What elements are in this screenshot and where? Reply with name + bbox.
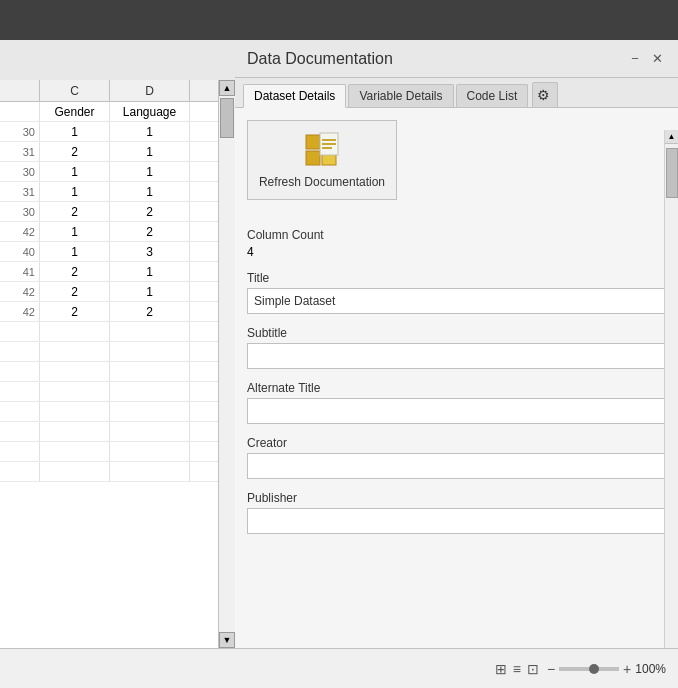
table-row: 42 1 2	[0, 222, 235, 242]
table-row-empty	[0, 402, 235, 422]
cell-row-num: 41	[0, 262, 40, 281]
panel-titlebar: Data Documentation − ✕	[235, 40, 678, 78]
title-field-section: Title	[247, 271, 666, 314]
table-row-empty	[0, 322, 235, 342]
col-name-row-num	[0, 102, 40, 121]
close-button[interactable]: ✕	[648, 50, 666, 68]
spreadsheet-header: C D	[0, 80, 235, 102]
col-d-header: D	[110, 80, 190, 101]
table-row: 31 1 1	[0, 182, 235, 202]
svg-rect-6	[322, 143, 336, 145]
cell-language: 1	[110, 122, 190, 141]
panel-vscrollbar[interactable]: ▲ ▼	[664, 130, 678, 688]
spreadsheet-vscrollbar[interactable]: ▲ ▼	[218, 80, 235, 648]
cell-row-num: 42	[0, 282, 40, 301]
cell-language: 2	[110, 302, 190, 321]
cell-row-num: 30	[0, 122, 40, 141]
cell-row-num: 42	[0, 222, 40, 241]
status-bar: ⊞ ≡ ⊡ − + 100%	[0, 648, 678, 688]
cell-gender: 1	[40, 162, 110, 181]
zoom-slider-thumb[interactable]	[589, 664, 599, 674]
refresh-documentation-icon	[302, 131, 342, 171]
scroll-thumb[interactable]	[220, 98, 234, 138]
cell-language: 1	[110, 282, 190, 301]
cell-gender: 2	[40, 302, 110, 321]
col-language-label: Language	[110, 102, 190, 121]
table-row: 42 2 2	[0, 302, 235, 322]
cell-row-num: 42	[0, 302, 40, 321]
spreadsheet-area: C D Gender Language 30 1 1 31 2 1 30 1	[0, 80, 235, 648]
table-row-empty	[0, 442, 235, 462]
status-icons: ⊞ ≡ ⊡	[495, 661, 539, 677]
column-count-value: 4	[247, 245, 666, 259]
cell-row-num: 30	[0, 162, 40, 181]
creator-input[interactable]	[247, 453, 666, 479]
publisher-input[interactable]	[247, 508, 666, 534]
tab-settings[interactable]: ⚙	[532, 82, 558, 107]
title-field-label: Title	[247, 271, 666, 285]
panel-controls: − ✕	[626, 50, 666, 68]
cell-gender: 2	[40, 142, 110, 161]
zoom-control: − + 100%	[547, 661, 666, 677]
cell-language: 2	[110, 202, 190, 221]
publisher-field-label: Publisher	[247, 491, 666, 505]
cell-row-num: 31	[0, 142, 40, 161]
creator-field-section: Creator	[247, 436, 666, 479]
row-num-col-header	[0, 80, 40, 101]
top-bar	[0, 0, 678, 40]
svg-rect-5	[322, 139, 336, 141]
table-row-empty	[0, 362, 235, 382]
spreadsheet-body: 30 1 1 31 2 1 30 1 1 31 1 1 30 2 2 42 1 …	[0, 122, 235, 482]
cell-row-num: 31	[0, 182, 40, 201]
pin-button[interactable]: −	[626, 50, 644, 68]
svg-rect-7	[322, 147, 332, 149]
panel-scroll-thumb[interactable]	[666, 148, 678, 198]
table-view-icon[interactable]: ≡	[513, 661, 521, 677]
cell-language: 2	[110, 222, 190, 241]
cell-gender: 2	[40, 202, 110, 221]
column-names-row: Gender Language	[0, 102, 235, 122]
scroll-up-arrow[interactable]: ▲	[219, 80, 235, 96]
zoom-plus-button[interactable]: +	[623, 661, 631, 677]
grid-view-icon[interactable]: ⊞	[495, 661, 507, 677]
zoom-slider[interactable]	[559, 667, 619, 671]
panel-title: Data Documentation	[247, 50, 393, 68]
layout-view-icon[interactable]: ⊡	[527, 661, 539, 677]
column-count-section: Column Count 4	[247, 228, 666, 259]
col-gender-label: Gender	[40, 102, 110, 121]
panel-content: Refresh Documentation Column Count 4 Tit…	[235, 108, 678, 666]
scroll-down-arrow[interactable]: ▼	[219, 632, 235, 648]
col-d-header-label: D	[145, 84, 154, 98]
col-c-header-label: C	[70, 84, 79, 98]
cell-gender: 1	[40, 122, 110, 141]
table-row: 30 1 1	[0, 162, 235, 182]
cell-gender: 2	[40, 262, 110, 281]
tab-dataset-details[interactable]: Dataset Details	[243, 84, 346, 108]
tab-variable-details[interactable]: Variable Details	[348, 84, 453, 107]
table-row-empty	[0, 462, 235, 482]
table-row: 31 2 1	[0, 142, 235, 162]
tab-code-list[interactable]: Code List	[456, 84, 529, 107]
zoom-minus-button[interactable]: −	[547, 661, 555, 677]
panel-scroll-up[interactable]: ▲	[665, 130, 679, 144]
cell-gender: 1	[40, 242, 110, 261]
cell-language: 1	[110, 262, 190, 281]
alternate-title-input[interactable]	[247, 398, 666, 424]
table-row: 41 2 1	[0, 262, 235, 282]
subtitle-field-section: Subtitle	[247, 326, 666, 369]
subtitle-field-label: Subtitle	[247, 326, 666, 340]
cell-gender: 2	[40, 282, 110, 301]
panel-area: Data Documentation − ✕ Dataset Details V…	[235, 40, 678, 688]
svg-rect-2	[306, 151, 320, 165]
subtitle-input[interactable]	[247, 343, 666, 369]
cell-gender: 1	[40, 182, 110, 201]
publisher-field-section: Publisher	[247, 491, 666, 534]
title-input[interactable]	[247, 288, 666, 314]
refresh-documentation-button[interactable]: Refresh Documentation	[247, 120, 397, 200]
creator-field-label: Creator	[247, 436, 666, 450]
cell-gender: 1	[40, 222, 110, 241]
cell-row-num: 30	[0, 202, 40, 221]
svg-rect-0	[306, 135, 320, 149]
table-row-empty	[0, 342, 235, 362]
alternate-title-field-section: Alternate Title	[247, 381, 666, 424]
